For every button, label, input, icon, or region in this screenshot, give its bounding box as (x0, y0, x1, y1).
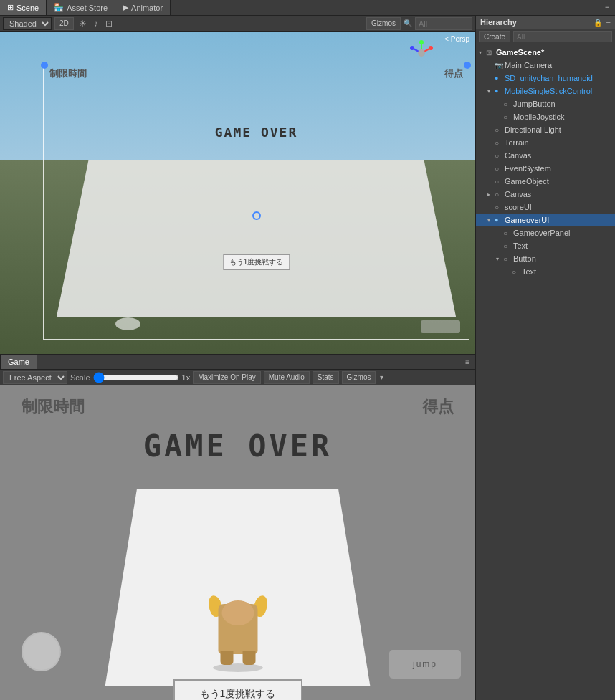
game-view-content: 制限時間 得点 GAME OVER (0, 385, 475, 700)
hierarchy-header: Hierarchy 🔒 ≡ (476, 16, 615, 29)
game-jump-button[interactable]: jump (389, 650, 461, 679)
mute-audio-button[interactable]: Mute Audio (264, 371, 310, 384)
tree-item-directional-light[interactable]: ○ Directional Light (476, 123, 615, 136)
tree-item-jumpbutton[interactable]: ○ JumpButton (476, 97, 615, 110)
scene-tab-label: Scene (16, 4, 39, 12)
fx-toggle-icon[interactable]: ⊡ (103, 19, 115, 29)
text2-icon: ○ (512, 268, 522, 276)
stats-button[interactable]: Stats (313, 371, 339, 384)
gameoverpanel-icon: ○ (503, 229, 513, 237)
tree-item-text2[interactable]: ○ Text (476, 265, 615, 278)
game-jump-label: jump (413, 659, 437, 669)
gizmos-arrow-icon: ▾ (380, 373, 383, 381)
tree-item-gameobject[interactable]: ○ GameObject (476, 175, 615, 188)
game-score-label: 得点 (422, 396, 454, 418)
create-button[interactable]: Create (479, 31, 510, 42)
text1-icon: ○ (503, 242, 513, 250)
gizmo-widget (404, 35, 439, 71)
tab-scene[interactable]: ⊞ Scene (0, 0, 47, 15)
aspect-select[interactable]: Free Aspect (3, 371, 67, 384)
scene-root-icon: ⊡ (486, 49, 496, 57)
scene-stage-area (57, 160, 456, 317)
tree-item-mobilejoystick[interactable]: ○ MobileJoystick (476, 110, 615, 123)
game-header: 制限時間 得点 (0, 385, 475, 418)
tree-item-text1[interactable]: ○ Text (476, 239, 615, 252)
tree-item-button[interactable]: ▾ ○ Button (476, 252, 615, 265)
svg-point-6 (418, 49, 425, 57)
game-time-label: 制限時間 (22, 396, 85, 418)
game-retry-button[interactable]: もう1度挑戦する (173, 679, 302, 700)
tab-animator[interactable]: ▶ Animator (115, 0, 171, 15)
asset-store-tab-icon: 🏪 (54, 3, 64, 12)
light-toggle-icon[interactable]: ☀ (77, 19, 89, 29)
scene-retry-button[interactable]: もう1度挑戦する (223, 254, 290, 270)
animator-tab-label: Animator (131, 4, 163, 12)
tree-item-mobilesingle[interactable]: ▾ ● MobileSingleStickControl (476, 85, 615, 97)
tree-item-main-camera[interactable]: 📷 Main Camera (476, 59, 615, 72)
tree-item-sd-unitychan[interactable]: ● SD_unitychan_humanoid (476, 72, 615, 85)
maximize-button[interactable]: Maximize On Play (193, 371, 261, 384)
persp-label: < Persp (444, 35, 469, 43)
game-panel-options[interactable]: ≡ (459, 358, 475, 366)
scene-root-arrow: ▾ (479, 49, 486, 56)
scene-tab-icon: ⊞ (7, 3, 14, 12)
shading-select[interactable]: Shaded (3, 17, 52, 30)
scene-gameover-overlay: 制限時間 得点 GAME OVER もう1度挑戦する (43, 64, 469, 340)
top-tabs-bar: ⊞ Scene 🏪 Asset Store ▶ Animator ≡ (0, 0, 615, 16)
game-gameover-text: GAME OVER (0, 428, 475, 464)
scene-target-dot (252, 211, 261, 220)
scale-slider[interactable] (93, 373, 179, 383)
gizmos-button[interactable]: Gizmos (366, 17, 401, 30)
hierarchy-panel: Hierarchy 🔒 ≡ Create ▾ ⊡ GameScene* (475, 16, 615, 700)
tab-game[interactable]: Game (0, 355, 37, 369)
panel-options-btn[interactable]: ≡ (599, 0, 615, 15)
asset-store-tab-label: Asset Store (67, 4, 108, 12)
tree-item-gameoverui[interactable]: ▾ ● GameoverUI (476, 214, 615, 226)
tree-item-eventsystem[interactable]: ○ EventSystem (476, 162, 615, 175)
game-screen: 制限時間 得点 GAME OVER (0, 385, 475, 700)
game-joystick[interactable] (22, 632, 61, 671)
hierarchy-search-input[interactable] (513, 31, 612, 42)
scene-score-label: 得点 (444, 67, 463, 80)
tree-item-canvas2[interactable]: ▸ ○ Canvas (476, 188, 615, 201)
scene-root-label: GameScene* (496, 48, 544, 57)
svg-point-4 (429, 46, 433, 50)
mobilesingle-icon: ● (495, 87, 505, 95)
char-leg-left (220, 651, 233, 665)
hierarchy-tree: ▾ ⊡ GameScene* 📷 Main Camera ● SD_unity (476, 44, 615, 700)
handle-top-right[interactable] (464, 62, 471, 69)
hierarchy-title: Hierarchy (480, 18, 517, 27)
scene-time-label: 制限時間 (49, 67, 87, 80)
game-tabs-bar: Game ≡ (0, 354, 475, 370)
char-leg-right (242, 651, 255, 665)
game-character (214, 604, 261, 665)
terrain-icon: ○ (495, 139, 505, 147)
handle-top-left[interactable] (41, 62, 48, 69)
tree-item-canvas1[interactable]: ○ Canvas (476, 149, 615, 162)
scene-view: < Persp 制限時 (0, 32, 475, 354)
char-head (221, 600, 254, 625)
search-all-input[interactable] (415, 17, 472, 30)
scoreui-icon: ○ (495, 203, 505, 211)
create-bar: Create (476, 29, 615, 44)
scene-root-item[interactable]: ▾ ⊡ GameScene* (476, 46, 615, 59)
lock-icon[interactable]: 🔒 (593, 19, 602, 27)
gizmos-game-button[interactable]: Gizmos (342, 371, 376, 384)
tree-item-terrain[interactable]: ○ Terrain (476, 136, 615, 149)
search-icon: 🔍 (404, 19, 412, 27)
tree-item-scoreui[interactable]: ○ scoreUI (476, 201, 615, 214)
camera-icon: 📷 (495, 62, 505, 69)
gameobject-icon: ○ (495, 178, 505, 186)
eventsystem-icon: ○ (495, 165, 505, 173)
tab-asset-store[interactable]: 🏪 Asset Store (47, 0, 115, 15)
2d-button[interactable]: 2D (54, 17, 74, 30)
mobilejoystick-icon: ○ (503, 113, 513, 121)
canvas1-icon: ○ (495, 152, 505, 160)
svg-point-3 (419, 40, 424, 44)
tree-item-gameoverpanel[interactable]: ○ GameoverPanel (476, 226, 615, 239)
gameoverui-label: GameoverUI (505, 216, 549, 224)
game-tab-label: Game (8, 358, 29, 366)
scale-value: 1x (182, 373, 191, 382)
audio-toggle-icon[interactable]: ♪ (92, 19, 100, 29)
hierarchy-menu-icon[interactable]: ≡ (606, 18, 611, 27)
